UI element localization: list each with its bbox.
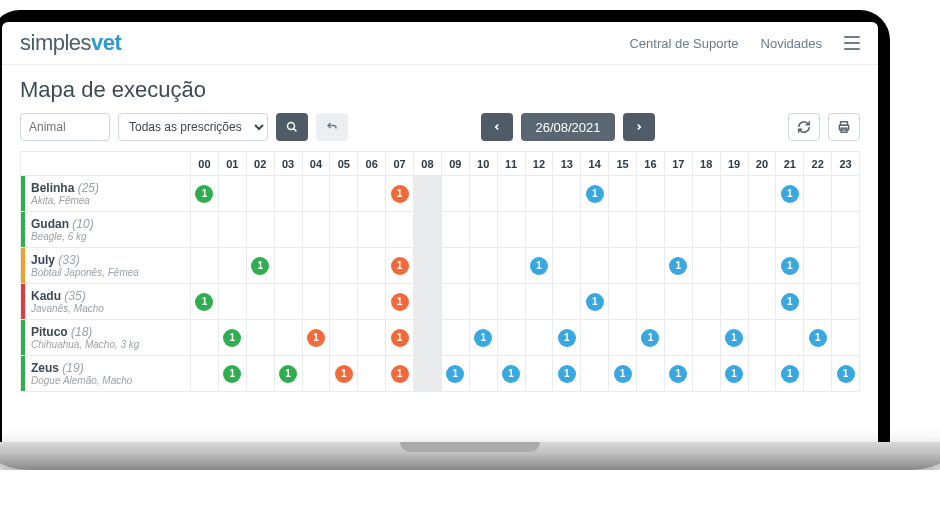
hour-cell[interactable]: 1 bbox=[386, 356, 414, 392]
logo[interactable]: simplesvet bbox=[20, 30, 121, 56]
hour-cell[interactable] bbox=[525, 284, 553, 320]
hour-cell[interactable] bbox=[609, 284, 637, 320]
event-dot[interactable]: 1 bbox=[530, 257, 548, 275]
hour-cell[interactable] bbox=[358, 320, 386, 356]
event-dot[interactable]: 1 bbox=[781, 365, 799, 383]
hour-cell[interactable] bbox=[274, 320, 302, 356]
hour-cell[interactable] bbox=[748, 176, 776, 212]
hour-cell[interactable] bbox=[441, 284, 469, 320]
hour-cell[interactable]: 1 bbox=[191, 284, 219, 320]
hour-cell[interactable] bbox=[191, 212, 219, 248]
support-link[interactable]: Central de Suporte bbox=[629, 36, 738, 51]
event-dot[interactable]: 1 bbox=[781, 257, 799, 275]
hour-cell[interactable] bbox=[469, 356, 497, 392]
date-display[interactable]: 26/08/2021 bbox=[521, 113, 614, 141]
event-dot[interactable]: 1 bbox=[279, 365, 297, 383]
hour-cell[interactable] bbox=[469, 248, 497, 284]
hour-cell[interactable] bbox=[358, 356, 386, 392]
hour-cell[interactable]: 1 bbox=[553, 356, 581, 392]
prev-day-button[interactable] bbox=[481, 113, 513, 141]
hour-cell[interactable] bbox=[832, 176, 860, 212]
hour-cell[interactable] bbox=[330, 320, 358, 356]
hour-cell[interactable] bbox=[191, 356, 219, 392]
hour-cell[interactable] bbox=[414, 248, 442, 284]
hour-cell[interactable] bbox=[414, 320, 442, 356]
undo-button[interactable] bbox=[316, 113, 348, 141]
animal-cell[interactable]: Kadu (35)Javanês, Macho bbox=[21, 284, 191, 320]
animal-cell[interactable]: Belinha (25)Akita, Fêmea bbox=[21, 176, 191, 212]
event-dot[interactable]: 1 bbox=[558, 329, 576, 347]
hour-cell[interactable] bbox=[637, 284, 665, 320]
search-button[interactable] bbox=[276, 113, 308, 141]
event-dot[interactable]: 1 bbox=[837, 365, 855, 383]
hour-cell[interactable] bbox=[441, 176, 469, 212]
hour-cell[interactable]: 1 bbox=[218, 356, 246, 392]
hour-cell[interactable] bbox=[720, 212, 748, 248]
event-dot[interactable]: 1 bbox=[781, 293, 799, 311]
hour-cell[interactable] bbox=[581, 356, 609, 392]
hour-cell[interactable] bbox=[414, 356, 442, 392]
news-link[interactable]: Novidades bbox=[761, 36, 822, 51]
hour-cell[interactable] bbox=[246, 284, 274, 320]
hour-cell[interactable] bbox=[302, 176, 330, 212]
hour-cell[interactable] bbox=[218, 248, 246, 284]
hour-cell[interactable] bbox=[692, 212, 720, 248]
hour-cell[interactable]: 1 bbox=[497, 356, 525, 392]
event-dot[interactable]: 1 bbox=[586, 293, 604, 311]
hour-cell[interactable] bbox=[720, 284, 748, 320]
hour-cell[interactable] bbox=[525, 356, 553, 392]
event-dot[interactable]: 1 bbox=[586, 185, 604, 203]
event-dot[interactable]: 1 bbox=[446, 365, 464, 383]
hour-cell[interactable] bbox=[302, 248, 330, 284]
hour-cell[interactable] bbox=[804, 248, 832, 284]
hour-cell[interactable]: 1 bbox=[386, 284, 414, 320]
hour-cell[interactable] bbox=[804, 176, 832, 212]
hour-cell[interactable] bbox=[553, 248, 581, 284]
hour-cell[interactable] bbox=[497, 284, 525, 320]
hour-cell[interactable] bbox=[302, 284, 330, 320]
hour-cell[interactable] bbox=[832, 284, 860, 320]
hour-cell[interactable] bbox=[330, 248, 358, 284]
prescription-select[interactable]: Todas as prescrições bbox=[118, 113, 268, 141]
hour-cell[interactable] bbox=[637, 356, 665, 392]
event-dot[interactable]: 1 bbox=[391, 257, 409, 275]
hour-cell[interactable] bbox=[274, 248, 302, 284]
hour-cell[interactable] bbox=[246, 212, 274, 248]
hour-cell[interactable] bbox=[441, 212, 469, 248]
event-dot[interactable]: 1 bbox=[558, 365, 576, 383]
hour-cell[interactable] bbox=[469, 212, 497, 248]
hour-cell[interactable] bbox=[637, 212, 665, 248]
hour-cell[interactable] bbox=[274, 284, 302, 320]
hour-cell[interactable]: 1 bbox=[776, 248, 804, 284]
hour-cell[interactable]: 1 bbox=[386, 176, 414, 212]
hour-cell[interactable] bbox=[664, 212, 692, 248]
hour-cell[interactable] bbox=[720, 248, 748, 284]
hour-cell[interactable] bbox=[553, 212, 581, 248]
hour-cell[interactable] bbox=[776, 320, 804, 356]
hour-cell[interactable] bbox=[497, 320, 525, 356]
hour-cell[interactable]: 1 bbox=[720, 356, 748, 392]
hour-cell[interactable]: 1 bbox=[776, 356, 804, 392]
event-dot[interactable]: 1 bbox=[391, 365, 409, 383]
hour-cell[interactable] bbox=[692, 320, 720, 356]
refresh-button[interactable] bbox=[788, 113, 820, 141]
event-dot[interactable]: 1 bbox=[307, 329, 325, 347]
event-dot[interactable]: 1 bbox=[391, 185, 409, 203]
event-dot[interactable]: 1 bbox=[781, 185, 799, 203]
hour-cell[interactable] bbox=[664, 320, 692, 356]
hour-cell[interactable] bbox=[302, 212, 330, 248]
hour-cell[interactable]: 1 bbox=[386, 248, 414, 284]
hour-cell[interactable] bbox=[692, 356, 720, 392]
hour-cell[interactable] bbox=[414, 212, 442, 248]
hour-cell[interactable] bbox=[748, 212, 776, 248]
hour-cell[interactable] bbox=[664, 176, 692, 212]
hour-cell[interactable] bbox=[218, 212, 246, 248]
hour-cell[interactable] bbox=[525, 176, 553, 212]
animal-cell[interactable]: Pituco (18)Chihuahua, Macho, 3 kg bbox=[21, 320, 191, 356]
hour-cell[interactable] bbox=[637, 248, 665, 284]
hour-cell[interactable]: 1 bbox=[469, 320, 497, 356]
hour-cell[interactable] bbox=[302, 356, 330, 392]
hour-cell[interactable]: 1 bbox=[664, 248, 692, 284]
hour-cell[interactable] bbox=[553, 284, 581, 320]
hour-cell[interactable] bbox=[330, 284, 358, 320]
